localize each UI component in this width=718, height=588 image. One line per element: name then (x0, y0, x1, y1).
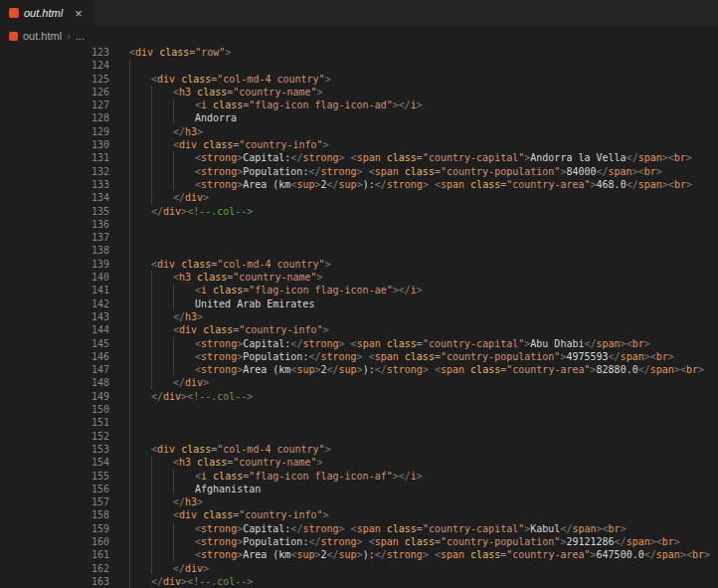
code-line[interactable]: 136 (0, 218, 718, 231)
line-number[interactable]: 132 (0, 165, 117, 178)
code-text: <i class="flag-icon flag-icon-ae"></i> (117, 284, 718, 296)
code-editor[interactable]: 123<div class="row">124125<div class="co… (0, 46, 718, 588)
line-number[interactable]: 137 (0, 231, 117, 244)
code-line[interactable]: 123<div class="row"> (0, 46, 718, 59)
code-line[interactable]: 159<strong>Capital:</strong> <span class… (0, 522, 718, 535)
code-line[interactable]: 153<div class="col-md-4 country"> (0, 443, 718, 456)
code-line[interactable]: 152 (0, 430, 718, 443)
line-number[interactable]: 141 (0, 284, 117, 296)
code-line[interactable]: 160<strong>Population:</strong> <span cl… (0, 535, 718, 548)
line-number[interactable]: 157 (0, 495, 117, 508)
code-line[interactable]: 125<div class="col-md-4 country"> (0, 73, 718, 86)
code-text: <strong>Area (km<sup>2</sup>):</strong> … (117, 363, 718, 376)
code-line[interactable]: 126<h3 class="country-name"> (0, 86, 718, 98)
line-number[interactable]: 127 (0, 98, 117, 111)
code-line[interactable]: 128Andorra (0, 111, 718, 124)
code-line[interactable]: 132<strong>Population:</strong> <span cl… (0, 165, 718, 178)
code-line[interactable]: 124 (0, 59, 718, 72)
code-line[interactable]: 155<i class="flag-icon flag-icon-af"></i… (0, 470, 718, 483)
line-number[interactable]: 128 (0, 111, 117, 124)
code-line[interactable]: 154<h3 class="country-name"> (0, 456, 718, 469)
line-number[interactable]: 143 (0, 310, 117, 323)
code-line[interactable]: 157</h3> (0, 495, 718, 508)
line-number[interactable]: 153 (0, 443, 117, 456)
code-line[interactable]: 134</div> (0, 191, 718, 204)
line-number[interactable]: 133 (0, 178, 117, 191)
code-line[interactable]: 144<div class="country-info"> (0, 323, 718, 336)
code-line[interactable]: 161<strong>Area (km<sup>2</sup>):</stron… (0, 548, 718, 561)
line-number[interactable]: 155 (0, 470, 117, 483)
indent-guide (129, 297, 130, 310)
close-icon[interactable]: × (72, 7, 86, 20)
code-line[interactable]: 141<i class="flag-icon flag-icon-ae"></i… (0, 284, 718, 296)
indent-guide (129, 310, 130, 323)
code-text: <strong>Capital:</strong> <span class="c… (117, 522, 718, 535)
line-number[interactable]: 123 (0, 46, 117, 59)
tab-out-html[interactable]: out.html × (0, 0, 95, 26)
line-number[interactable]: 156 (0, 483, 117, 495)
line-number[interactable]: 135 (0, 205, 117, 218)
line-number[interactable]: 146 (0, 350, 117, 363)
line-number[interactable]: 124 (0, 59, 117, 72)
code-line[interactable]: 146<strong>Population:</strong> <span cl… (0, 350, 718, 363)
code-line[interactable]: 162</div> (0, 562, 718, 575)
indent-guide (129, 522, 130, 535)
indent-guide (129, 125, 130, 138)
line-number[interactable]: 147 (0, 363, 117, 376)
breadcrumb-item-ellipsis[interactable]: ... (76, 30, 85, 42)
code-line[interactable]: 150 (0, 403, 718, 416)
breadcrumb-item-file[interactable]: out.html (23, 30, 62, 42)
line-number[interactable]: 125 (0, 73, 117, 86)
line-number[interactable]: 144 (0, 323, 117, 336)
code-line[interactable]: 131<strong>Capital:</strong> <span class… (0, 151, 718, 164)
code-line[interactable]: 156Afghanistan (0, 483, 718, 495)
line-number[interactable]: 163 (0, 575, 117, 588)
line-number[interactable]: 145 (0, 337, 117, 350)
code-line[interactable]: 135</div><!--.col--> (0, 205, 718, 218)
indent-guide (129, 271, 130, 284)
line-number[interactable]: 162 (0, 562, 117, 575)
line-number[interactable]: 138 (0, 244, 117, 257)
line-number[interactable]: 136 (0, 218, 117, 231)
code-line[interactable]: 158<div class="country-info"> (0, 508, 718, 521)
line-number[interactable]: 149 (0, 390, 117, 403)
code-line[interactable]: 145<strong>Capital:</strong> <span class… (0, 337, 718, 350)
code-line[interactable]: 149</div><!--.col--> (0, 390, 718, 403)
indent-guide (173, 284, 174, 296)
indent-guide (151, 548, 152, 561)
line-number[interactable]: 139 (0, 258, 117, 271)
code-line[interactable]: 127<i class="flag-icon flag-icon-ad"></i… (0, 98, 718, 111)
code-line[interactable]: 143</h3> (0, 310, 718, 323)
code-text: <div class="col-md-4 country"> (117, 73, 718, 86)
line-number[interactable]: 150 (0, 403, 117, 416)
line-number[interactable]: 161 (0, 548, 117, 561)
line-number[interactable]: 126 (0, 86, 117, 98)
code-line[interactable]: 139<div class="col-md-4 country"> (0, 258, 718, 271)
code-line[interactable]: 163</div><!--.col--> (0, 575, 718, 588)
line-number[interactable]: 160 (0, 535, 117, 548)
line-number[interactable]: 140 (0, 271, 117, 284)
code-line[interactable]: 129</h3> (0, 125, 718, 138)
code-line[interactable]: 133<strong>Area (km<sup>2</sup>):</stron… (0, 178, 718, 191)
code-line[interactable]: 147<strong>Area (km<sup>2</sup>):</stron… (0, 363, 718, 376)
line-number[interactable]: 130 (0, 138, 117, 151)
line-number[interactable]: 151 (0, 416, 117, 429)
line-number[interactable]: 129 (0, 125, 117, 138)
code-text: <div class="country-info"> (117, 508, 718, 521)
line-number[interactable]: 159 (0, 522, 117, 535)
code-line[interactable]: 138 (0, 244, 718, 257)
code-line[interactable]: 137 (0, 231, 718, 244)
line-number[interactable]: 142 (0, 297, 117, 310)
indent-guide (129, 548, 130, 561)
code-line[interactable]: 130<div class="country-info"> (0, 138, 718, 151)
line-number[interactable]: 148 (0, 376, 117, 389)
line-number[interactable]: 152 (0, 430, 117, 443)
line-number[interactable]: 154 (0, 456, 117, 469)
code-line[interactable]: 148</div> (0, 376, 718, 389)
line-number[interactable]: 134 (0, 191, 117, 204)
code-line[interactable]: 140<h3 class="country-name"> (0, 271, 718, 284)
code-line[interactable]: 151 (0, 416, 718, 429)
code-line[interactable]: 142United Arab Emirates (0, 297, 718, 310)
line-number[interactable]: 158 (0, 508, 117, 521)
line-number[interactable]: 131 (0, 151, 117, 164)
